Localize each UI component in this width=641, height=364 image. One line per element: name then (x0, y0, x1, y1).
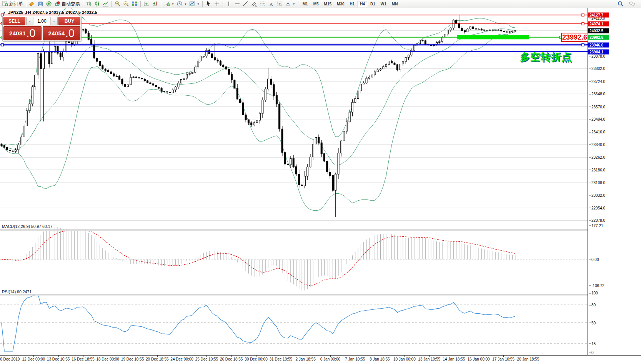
time-tick-label: 16 Dec 18:55 (72, 357, 95, 361)
auto-trading-button[interactable]: 自动交易 (53, 0, 81, 7)
time-tick-label: 10 Dec 2019 (0, 357, 20, 361)
price-level-badge: 24032.5 (588, 28, 609, 33)
channel-icon: E (251, 1, 257, 7)
timeframe-button-w1[interactable]: W1 (378, 1, 389, 7)
vertical-line-button[interactable] (225, 0, 233, 7)
time-tick-mark (9, 356, 9, 357)
time-axis: 10 Dec 201912 Dec 00:0013 Dec 10:5516 De… (0, 355, 641, 364)
buy-button[interactable]: BUY (58, 17, 80, 25)
arrows-button[interactable]: ▼ (284, 0, 296, 7)
time-tick-mark (330, 356, 331, 357)
dropdown-arrow-icon: ▼ (171, 3, 174, 5)
time-tick-label: 13 Jan 10:55 (418, 357, 440, 361)
price-tick-label: 22954.0 (591, 206, 605, 210)
time-tick-label: 30 Dec 00:00 (245, 357, 268, 361)
sell-price-display[interactable]: 24031 .0 (3, 26, 42, 40)
zoom-out-icon (123, 1, 129, 7)
timeframe-button-m1[interactable]: M1 (300, 1, 310, 7)
time-tick-label: 31 Dec 10:55 (270, 357, 293, 361)
chat-button[interactable] (628, 0, 636, 7)
chart-plot-area[interactable] (0, 8, 588, 355)
timeframe-button-mn[interactable]: MN (390, 1, 400, 7)
bar-chart-button[interactable] (85, 0, 93, 7)
pane-splitter[interactable] (0, 294, 641, 296)
toolbar-separator (161, 1, 161, 7)
timeframe-button-h1[interactable]: H1 (347, 1, 357, 7)
line-handles[interactable] (1, 14, 584, 46)
timeframe-button-m15[interactable]: M15 (322, 1, 334, 7)
timeframe-button-d1[interactable]: D1 (368, 1, 378, 7)
fibonacci-button[interactable]: F (258, 0, 267, 7)
chart-shift-button[interactable] (151, 0, 159, 7)
collapse-triangle-icon[interactable]: ▲ (3, 11, 6, 14)
search-button[interactable] (616, 0, 625, 7)
time-tick-mark (33, 356, 34, 357)
periods-button[interactable]: ▼ (175, 0, 188, 7)
bar-chart-icon (86, 1, 92, 7)
time-tick-mark (206, 356, 207, 357)
time-tick-label: 7 Jan 10:55 (345, 357, 365, 361)
pane-splitter[interactable] (0, 229, 641, 231)
tline-icon (243, 1, 249, 7)
price-tick-label: 23416.0 (591, 130, 605, 134)
text-button[interactable]: A (267, 0, 275, 7)
data-window-button[interactable] (36, 0, 45, 7)
timeframe-button-h4[interactable]: H4 (358, 1, 367, 7)
zoom-in-button[interactable] (113, 0, 122, 7)
rsi-level-lines (0, 305, 588, 344)
time-tick-label: 14 Jan 18:55 (443, 357, 465, 361)
time-tick-mark (528, 356, 528, 357)
volume-decrease-button[interactable]: ▼ (27, 17, 33, 25)
volume-increase-button[interactable]: ▲ (50, 17, 57, 25)
orange-book-icon (29, 1, 35, 7)
arrows-icon (285, 1, 291, 7)
crosshair-button[interactable] (213, 0, 221, 7)
price-tick-label: 23262.0 (591, 155, 605, 160)
timeframe-button-m5[interactable]: M5 (311, 1, 321, 7)
indicators-button[interactable]: ▼ (163, 0, 175, 7)
horizontal-line-button[interactable] (233, 0, 241, 7)
tile-windows-button[interactable] (130, 0, 139, 7)
price-tick-label: 23648.0 (591, 92, 605, 96)
toolbar-separator (112, 1, 112, 7)
rsi-line (2, 295, 515, 351)
price-tick-label: 23724.0 (591, 79, 605, 83)
toolbar-separator (298, 1, 298, 7)
blue-window-icon (37, 1, 43, 7)
sell-button[interactable]: SELL (3, 17, 25, 25)
volume-value[interactable]: 1.00 (33, 17, 50, 25)
candlestick-chart-button[interactable] (93, 0, 102, 7)
cursor-button[interactable] (204, 0, 213, 7)
time-tick-label: 26 Dec 18:55 (220, 357, 243, 361)
time-tick-label: 12 Dec 00:00 (22, 357, 45, 361)
rsi-axis-label: 15 (591, 341, 596, 346)
channel-button[interactable]: E (250, 0, 258, 7)
auto-scroll-button[interactable] (142, 0, 151, 7)
new-order-button-label: 新订单 (9, 1, 23, 7)
chart-annotation-text[interactable]: 多空转折点 (520, 50, 572, 64)
price-callout-label[interactable]: 23992.6 (561, 33, 588, 42)
time-tick-mark (306, 356, 306, 357)
text-label-button[interactable]: T (275, 0, 284, 7)
zoom-out-button[interactable] (122, 0, 130, 7)
navigator-button[interactable] (45, 0, 53, 7)
templates-button[interactable]: ▼ (188, 0, 201, 7)
macd-signal-line (2, 230, 515, 286)
timeframe-button-m30[interactable]: M30 (335, 1, 346, 7)
main-toolbar: 新订单自动交易▼▼▼EFAT▼M1M5M15M30H1H4D1W1MN (0, 0, 641, 8)
toolbar-separator (140, 1, 141, 7)
rsi-axis-label: 100 (591, 291, 598, 295)
time-tick-label: 24 Dec 00:00 (170, 357, 193, 361)
market-watch-button[interactable] (28, 0, 36, 7)
symbol-ohlc-text: JPN225-,H4 24027.5 24037.5 24027.5 24032… (8, 10, 97, 15)
buy-price-display[interactable]: 24054 .0 (43, 26, 81, 40)
trendline-button[interactable] (241, 0, 250, 7)
time-tick-label: 13 Dec 10:55 (47, 357, 70, 361)
line-chart-button[interactable] (102, 0, 110, 7)
new-order-button[interactable]: 新订单 (1, 0, 24, 7)
time-tick-mark (454, 356, 454, 357)
time-tick-mark (380, 356, 380, 357)
support-highlight-zone[interactable] (457, 35, 529, 39)
time-tick-mark (182, 356, 182, 357)
crosshair-icon (214, 1, 220, 7)
